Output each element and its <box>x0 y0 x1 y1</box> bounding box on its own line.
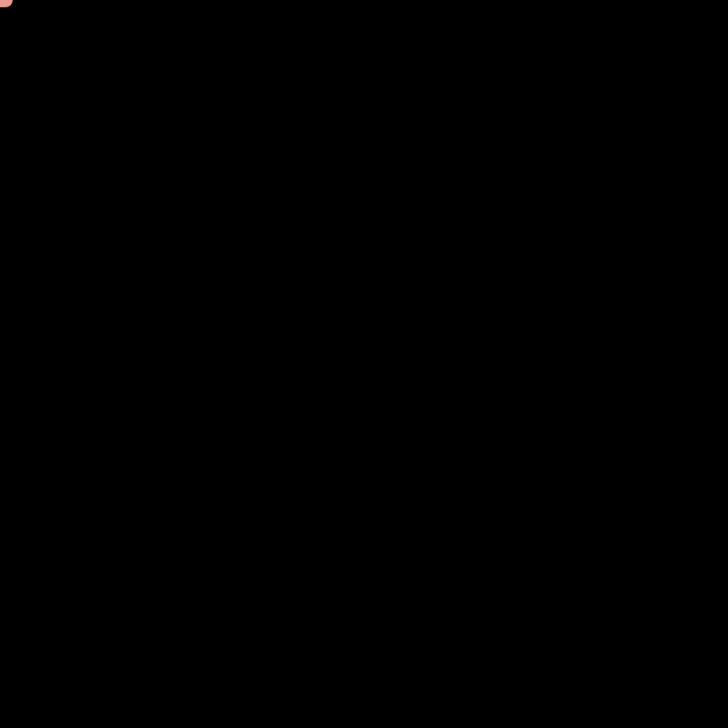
bottleneck-chart <box>0 0 728 728</box>
chart-container <box>0 0 728 728</box>
